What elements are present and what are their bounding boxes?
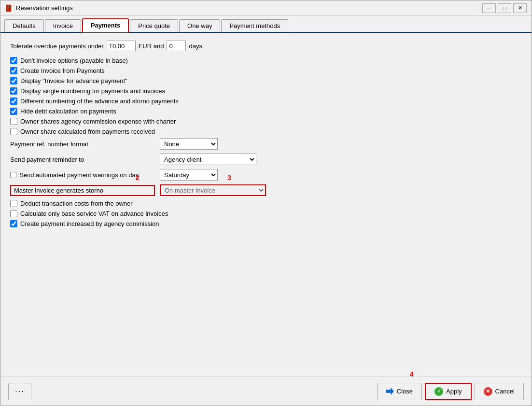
svg-rect-3: [7, 8, 9, 8]
annotation-4: 4: [410, 370, 414, 378]
close-window-button[interactable]: ✕: [513, 3, 527, 13]
master-invoice-select[interactable]: On master invoice On sub invoice None: [160, 184, 266, 196]
footer-right: 4 Close ✓ Apply ✕ Cancel: [377, 383, 524, 400]
content-area: Tolerate overdue payments under EUR and …: [0, 33, 532, 377]
window-title: Reservation settings: [16, 4, 482, 12]
annotation-2: 2: [136, 174, 140, 182]
checkbox-auto-warnings[interactable]: [10, 172, 16, 178]
checkbox-display-invoice-advance-label[interactable]: Display "Invoice for advance payment": [20, 77, 127, 84]
tabs-bar: Defaults Invoice Payments Price quote On…: [0, 16, 532, 33]
checkbox-hide-debt-label[interactable]: Hide debt calculation on payments: [20, 108, 116, 115]
checkbox-single-numbering[interactable]: [10, 87, 17, 95]
checkbox-different-numbering[interactable]: [10, 98, 17, 105]
tolerance-label: Tolerate overdue payments under: [10, 42, 104, 50]
tolerance-days-label: days: [189, 42, 202, 50]
master-invoice-label: Master invoice generates storno: [10, 185, 155, 196]
checkbox-row-9: Deduct transaction costs from the owner: [10, 200, 522, 207]
checkbox-deduct-transaction[interactable]: [10, 200, 17, 207]
app-icon: [5, 4, 13, 12]
checkbox-row-10: Calculate only base service VAT on advan…: [10, 210, 522, 217]
checkbox-row-11: Create payment increased by agency commi…: [10, 220, 522, 227]
checkbox-create-payment-agency-label[interactable]: Create payment increased by agency commi…: [20, 220, 159, 227]
checkbox-create-invoice[interactable]: [10, 67, 17, 74]
checkbox-row-7: Owner shares agency commission expense w…: [10, 118, 522, 125]
checkbox-row-1: Don't invoice options (payable in base): [10, 57, 522, 64]
checkbox-different-numbering-label[interactable]: Different numbering of the advance and s…: [20, 98, 179, 105]
check-icon: ✓: [434, 387, 443, 396]
tolerance-days-input[interactable]: [167, 41, 186, 51]
apply-button[interactable]: ✓ Apply: [425, 383, 472, 400]
checkbox-dont-invoice-label[interactable]: Don't invoice options (payable in base): [20, 57, 128, 64]
tab-price-quote[interactable]: Price quote: [130, 19, 178, 32]
svg-rect-2: [7, 7, 10, 7]
tolerance-row: Tolerate overdue payments under EUR and …: [10, 41, 522, 51]
send-reminder-label: Send payment reminder to: [10, 156, 155, 163]
checkbox-row-8: Owner share calculated from payments rec…: [10, 128, 522, 135]
checkbox-owner-share-calc-label[interactable]: Owner share calculated from payments rec…: [20, 128, 155, 135]
master-invoice-row: Master invoice generates storno On maste…: [10, 184, 522, 196]
tolerance-amount-input[interactable]: [107, 41, 136, 51]
checkbox-row-6: Hide debt calculation on payments: [10, 108, 522, 115]
tab-defaults[interactable]: Defaults: [4, 19, 44, 32]
checkbox-owner-shares-label[interactable]: Owner shares agency commission expense w…: [20, 118, 176, 125]
tab-payment-methods[interactable]: Payment methods: [221, 19, 288, 32]
checkbox-hide-debt[interactable]: [10, 108, 17, 115]
auto-warnings-row: Send automated payment warnings on day M…: [10, 169, 522, 181]
checkbox-create-invoice-label[interactable]: Create Invoice from Payments: [20, 67, 105, 74]
checkbox-calc-base-vat-label[interactable]: Calculate only base service VAT on advan…: [20, 210, 168, 217]
more-options-button[interactable]: ···: [8, 383, 31, 400]
tolerance-currency: EUR and: [139, 42, 164, 50]
send-reminder-row: Send payment reminder to Agency client C…: [10, 154, 522, 165]
footer-left: ···: [8, 383, 31, 400]
title-bar: Reservation settings — □ ✕: [0, 0, 532, 16]
checkbox-row-5: Different numbering of the advance and s…: [10, 98, 522, 105]
auto-warnings-select[interactable]: Monday Tuesday Wednesday Thursday Friday…: [160, 169, 218, 181]
restore-button[interactable]: □: [498, 3, 511, 13]
auto-warnings-label[interactable]: Send automated payment warnings on day: [19, 171, 139, 179]
checkbox-owner-shares[interactable]: [10, 118, 17, 125]
checkbox-owner-share-calc[interactable]: [10, 128, 17, 135]
tab-payments[interactable]: Payments: [82, 18, 129, 32]
tab-invoice[interactable]: Invoice: [45, 19, 81, 32]
cancel-button[interactable]: ✕ Cancel: [475, 383, 524, 400]
svg-rect-1: [7, 6, 10, 6]
x-icon: ✕: [484, 387, 492, 396]
payment-ref-row: Payment ref. number format None Sequenti…: [10, 138, 522, 150]
minimize-button[interactable]: —: [482, 3, 496, 13]
checkbox-deduct-transaction-label[interactable]: Deduct transaction costs from the owner: [20, 200, 133, 207]
checkbox-create-payment-agency[interactable]: [10, 220, 17, 227]
checkbox-row-3: Display "Invoice for advance payment": [10, 77, 522, 84]
annotation-3: 3: [227, 174, 231, 182]
arrow-icon: [386, 388, 394, 395]
payment-ref-label: Payment ref. number format: [10, 140, 155, 148]
checkbox-dont-invoice[interactable]: [10, 57, 17, 64]
tab-one-way[interactable]: One way: [179, 19, 220, 32]
checkbox-row-2: Create Invoice from Payments: [10, 67, 522, 74]
footer: ··· 4 Close ✓ Apply ✕ Cancel: [0, 377, 532, 406]
send-reminder-select[interactable]: Agency client Charter client Both: [160, 154, 256, 165]
checkbox-calc-base-vat[interactable]: [10, 210, 17, 217]
close-button[interactable]: Close: [377, 383, 422, 400]
main-window: 1 Reservation settings — □ ✕ Defaults In…: [0, 0, 532, 406]
checkbox-single-numbering-label[interactable]: Display single numbering for payments an…: [20, 87, 165, 95]
checkbox-row-4: Display single numbering for payments an…: [10, 87, 522, 95]
payment-ref-select[interactable]: None Sequential Custom: [160, 138, 218, 150]
checkbox-display-invoice-advance[interactable]: [10, 77, 17, 84]
window-controls: — □ ✕: [482, 3, 527, 13]
